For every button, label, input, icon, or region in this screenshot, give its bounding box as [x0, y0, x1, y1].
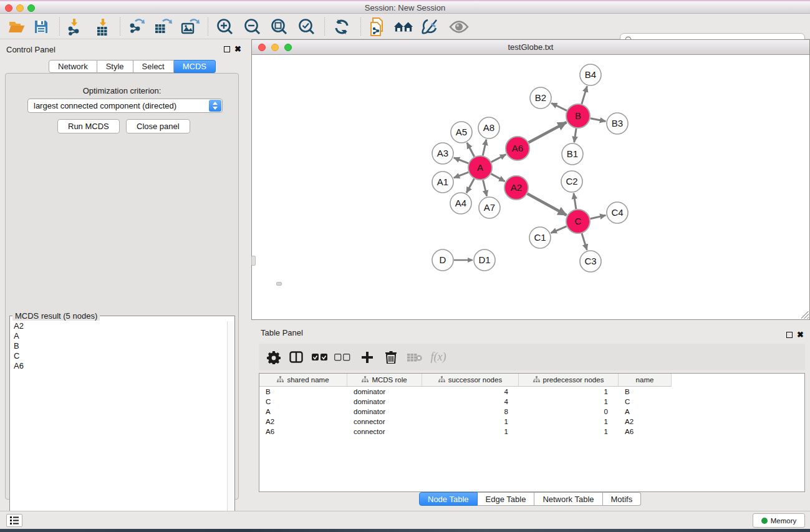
tab-network[interactable]: Network: [49, 60, 97, 73]
close-panel-button[interactable]: Close panel: [126, 119, 190, 133]
node-A2[interactable]: A2: [504, 176, 528, 200]
edge-C-C1[interactable]: [551, 226, 566, 233]
plus-icon[interactable]: [357, 347, 377, 367]
gear-icon[interactable]: [264, 347, 284, 367]
zoom-out-icon[interactable]: [243, 17, 263, 37]
trash-icon[interactable]: [381, 347, 401, 367]
column-header-name[interactable]: name: [619, 374, 672, 387]
edge-C-C3[interactable]: [582, 233, 587, 250]
edge-C-C4[interactable]: [591, 215, 606, 219]
edge-C-C2[interactable]: [574, 193, 576, 209]
edge-A-A3[interactable]: [454, 158, 469, 163]
edge-A-A5[interactable]: [467, 143, 475, 157]
network-graph[interactable]: B4B2BB3A5A8A6A3B1AA1C2A2A4A7C4CC1DD1C3: [252, 55, 809, 319]
node-A8[interactable]: A8: [478, 117, 499, 138]
node-B2[interactable]: B2: [530, 87, 551, 109]
node-D[interactable]: D: [432, 249, 453, 271]
task-list-button[interactable]: [6, 514, 22, 527]
import-table-icon[interactable]: [94, 17, 113, 37]
result-scrollbar[interactable]: [227, 321, 234, 527]
houses-icon[interactable]: [393, 17, 413, 37]
edge-A-A8[interactable]: [483, 140, 486, 156]
tab-node-table[interactable]: Node Table: [419, 492, 478, 506]
edge-A-A6[interactable]: [491, 155, 506, 162]
column-header-shared-name[interactable]: shared name: [259, 374, 347, 387]
node-D1[interactable]: D1: [474, 249, 495, 271]
edge-A2-C[interactable]: [528, 194, 567, 215]
node-B4[interactable]: B4: [580, 64, 601, 85]
column-split-icon[interactable]: [286, 347, 306, 367]
node-A3[interactable]: A3: [432, 143, 453, 164]
open-folder-icon[interactable]: [7, 17, 27, 37]
result-item[interactable]: A6: [11, 361, 226, 371]
edge-B-B2[interactable]: [551, 103, 567, 110]
edge-B-B3[interactable]: [591, 118, 606, 122]
checked-boxes-icon[interactable]: [310, 347, 330, 367]
node-C3[interactable]: C3: [580, 251, 601, 272]
result-item[interactable]: B: [11, 341, 226, 351]
node-A6[interactable]: A6: [506, 137, 529, 160]
edge-A-A7[interactable]: [483, 180, 487, 196]
table-row[interactable]: A2connector11A2: [259, 417, 804, 427]
table-row[interactable]: Adominator80A: [259, 407, 804, 417]
close-panel-icon[interactable]: ✖: [234, 44, 241, 54]
edge-A-A4[interactable]: [466, 179, 474, 193]
eye-icon[interactable]: [449, 17, 469, 37]
node-C[interactable]: C: [566, 210, 590, 233]
tab-network-table[interactable]: Network Table: [534, 492, 602, 506]
table-row[interactable]: A6connector11A6: [259, 427, 804, 437]
node-C1[interactable]: C1: [529, 227, 551, 248]
edge-B-B1[interactable]: [574, 128, 576, 142]
unchecked-boxes-icon[interactable]: [332, 347, 352, 367]
node-B1[interactable]: B1: [562, 143, 583, 165]
refresh-icon[interactable]: [332, 17, 352, 37]
tab-style[interactable]: Style: [97, 60, 133, 73]
node-A7[interactable]: A7: [479, 197, 500, 218]
table-row[interactable]: Cdominator41C: [259, 397, 804, 407]
splitter-grip[interactable]: [276, 282, 282, 286]
run-mcds-button[interactable]: Run MCDS: [57, 119, 120, 133]
table-row[interactable]: Bdominator41B: [259, 387, 804, 397]
tab-motifs[interactable]: Motifs: [603, 492, 642, 506]
save-icon[interactable]: [31, 17, 51, 37]
result-item[interactable]: A: [11, 331, 226, 341]
column-header-mcds-role[interactable]: MCDS role: [347, 374, 422, 387]
import-network-icon[interactable]: [65, 17, 85, 37]
node-C2[interactable]: C2: [561, 171, 582, 192]
column-header-predecessor-nodes[interactable]: predecessor nodes: [519, 374, 619, 387]
zoom-in-icon[interactable]: [215, 17, 235, 37]
window-resize-grip[interactable]: [801, 311, 809, 319]
canvas-side-grip[interactable]: [251, 256, 256, 266]
float-table-panel-icon[interactable]: [786, 332, 793, 338]
export-network-icon[interactable]: [126, 17, 146, 37]
export-table-icon[interactable]: [153, 17, 173, 37]
documents-network-icon[interactable]: [368, 17, 388, 37]
tab-edge-table[interactable]: Edge Table: [478, 492, 535, 506]
tab-select[interactable]: Select: [133, 60, 174, 73]
edge-B-B4[interactable]: [582, 86, 587, 104]
result-item[interactable]: A2: [11, 321, 226, 331]
tab-mcds[interactable]: MCDS: [174, 60, 216, 73]
column-header-successor-nodes[interactable]: successor nodes: [422, 374, 519, 387]
node-A1[interactable]: A1: [432, 172, 453, 193]
node-B3[interactable]: B3: [607, 113, 628, 134]
edge-A-A1[interactable]: [454, 172, 469, 178]
float-panel-icon[interactable]: [224, 46, 230, 52]
edge-A6-B[interactable]: [529, 122, 567, 143]
close-table-panel-icon[interactable]: ✖: [797, 330, 804, 339]
edge-A-A2[interactable]: [491, 174, 505, 181]
node-A4[interactable]: A4: [450, 193, 471, 214]
function-icon[interactable]: f(x): [428, 347, 448, 367]
pen-slash-icon[interactable]: [420, 17, 440, 37]
network-canvas[interactable]: B4B2BB3A5A8A6A3B1AA1C2A2A4A7C4CC1DD1C3: [252, 55, 809, 319]
node-A[interactable]: A: [468, 156, 492, 180]
node-A5[interactable]: A5: [451, 122, 472, 143]
export-image-icon[interactable]: [180, 17, 200, 37]
criterion-select[interactable]: largest connected component (directed): [27, 99, 223, 113]
node-C4[interactable]: C4: [607, 202, 628, 223]
result-item[interactable]: C: [11, 351, 226, 361]
zoom-selected-icon[interactable]: [297, 17, 317, 37]
delete-table-icon[interactable]: [405, 347, 425, 367]
zoom-fit-icon[interactable]: [269, 17, 289, 37]
memory-button[interactable]: Memory: [753, 513, 805, 528]
